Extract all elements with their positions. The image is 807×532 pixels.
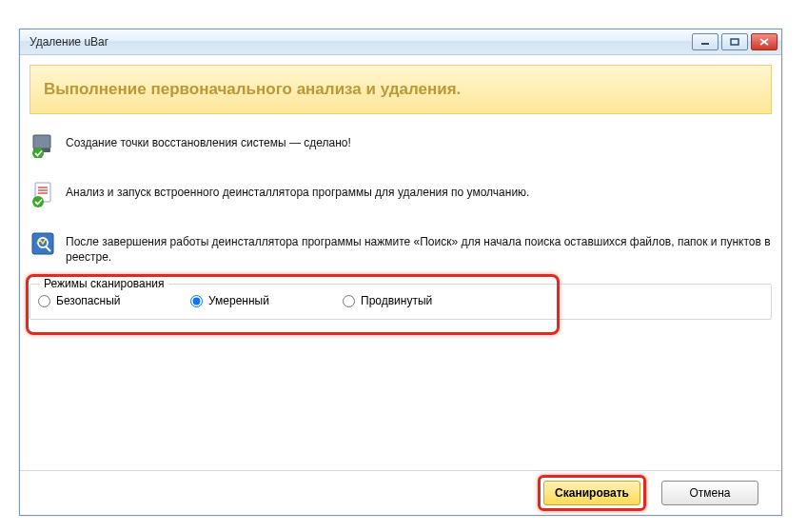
svg-rect-1 — [731, 39, 738, 45]
step-uninstaller-text: Анализ и запуск встроенного деинсталлято… — [66, 181, 529, 200]
server-check-icon — [30, 131, 56, 158]
radio-moderate-input[interactable] — [190, 295, 203, 307]
step-uninstaller: Анализ и запуск встроенного деинсталлято… — [30, 173, 772, 223]
scan-button-highlight: Сканировать — [538, 475, 646, 511]
document-check-icon — [30, 181, 56, 207]
window-title: Удаление uBar — [30, 35, 692, 49]
scan-modes-legend: Режимы сканирования — [40, 277, 168, 290]
radio-advanced[interactable]: Продвинутый — [343, 294, 495, 307]
maximize-button[interactable] — [721, 33, 748, 50]
radio-advanced-input[interactable] — [343, 295, 355, 307]
scan-modes-container: Режимы сканирования Безопасный Умеренный… — [30, 284, 772, 320]
step-search-text: После завершения работы деинсталлятора п… — [66, 230, 772, 265]
step-search: После завершения работы деинсталлятора п… — [30, 223, 772, 280]
radio-safe-label: Безопасный — [56, 294, 120, 307]
step-restore-text: Создание точки восстановления системы — … — [66, 131, 351, 150]
radio-advanced-label: Продвинутый — [361, 294, 432, 307]
svg-point-11 — [32, 196, 44, 207]
svg-rect-4 — [33, 135, 50, 148]
tool-search-icon — [30, 230, 56, 257]
cancel-button[interactable]: Отмена — [661, 481, 758, 505]
close-icon — [759, 38, 769, 46]
maximize-icon — [730, 38, 739, 46]
radio-safe-input[interactable] — [38, 295, 50, 307]
banner-title: Выполнение первоначального анализа и уда… — [44, 80, 461, 99]
close-button[interactable] — [751, 33, 777, 50]
title-bar: Удаление uBar — [20, 30, 781, 55]
radio-safe[interactable]: Безопасный — [38, 294, 190, 307]
content-area: Создание точки восстановления системы — … — [20, 120, 781, 320]
uninstall-window: Удаление uBar Выполнение первоначального… — [19, 29, 782, 516]
header-banner: Выполнение первоначального анализа и уда… — [30, 65, 772, 114]
scan-modes-row: Безопасный Умеренный Продвинутый — [38, 294, 763, 307]
step-restore-point: Создание точки восстановления системы — … — [30, 124, 772, 173]
minimize-button[interactable] — [692, 33, 718, 50]
scan-modes-fieldset: Режимы сканирования Безопасный Умеренный… — [30, 284, 772, 320]
scan-button-label: Сканировать — [555, 486, 629, 500]
scan-button[interactable]: Сканировать — [543, 481, 640, 505]
window-buttons — [692, 33, 777, 50]
minimize-icon — [700, 38, 710, 46]
radio-moderate[interactable]: Умеренный — [190, 294, 343, 307]
radio-moderate-label: Умеренный — [208, 294, 269, 307]
footer: Сканировать Отмена — [20, 470, 781, 515]
cancel-button-label: Отмена — [689, 486, 730, 500]
